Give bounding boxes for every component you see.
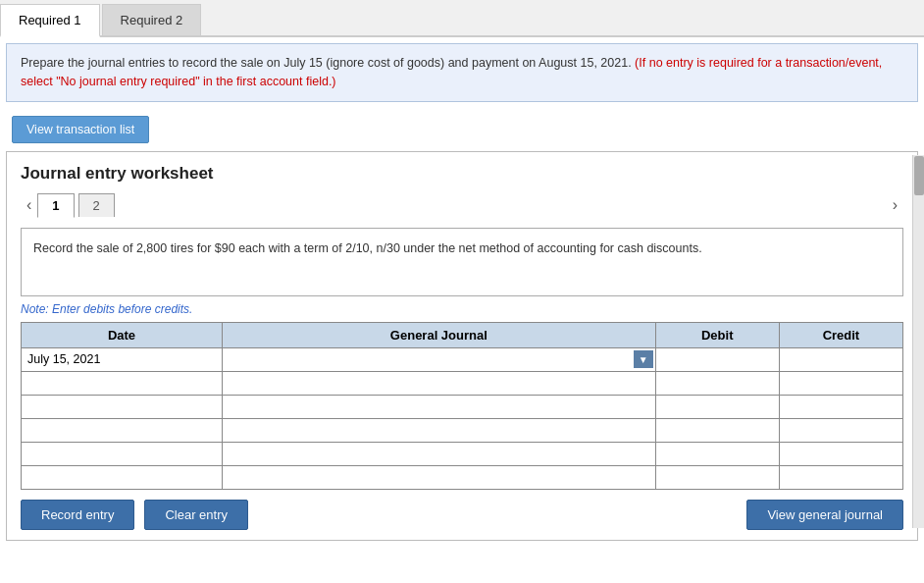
- debit-input-1[interactable]: [660, 350, 775, 369]
- table-row: [22, 442, 903, 465]
- tabs-bar: Required 1 Required 2: [0, 0, 924, 37]
- credit-input-5[interactable]: [784, 445, 898, 463]
- table-row: July 15, 2021 ▼: [22, 347, 903, 371]
- credit-cell-3: [779, 395, 902, 418]
- gj-input-2[interactable]: [223, 372, 655, 395]
- gj-input-3[interactable]: [223, 396, 655, 418]
- debit-input-3[interactable]: [660, 398, 775, 416]
- credit-input-2[interactable]: [784, 374, 898, 393]
- date-cell-3: [22, 395, 223, 418]
- debit-cell-5: [655, 442, 779, 465]
- gj-cell-1: ▼: [223, 347, 656, 371]
- credit-cell-1: [779, 347, 902, 371]
- debit-cell-3: [655, 395, 779, 418]
- info-main-text: Prepare the journal entries to record th…: [21, 56, 632, 70]
- debit-input-4[interactable]: [660, 421, 775, 440]
- clear-entry-button[interactable]: Clear entry: [144, 500, 248, 530]
- debit-cell-2: [655, 371, 779, 395]
- date-cell-2: [22, 371, 223, 395]
- gj-input-1[interactable]: [223, 348, 655, 371]
- scrollbar-thumb[interactable]: [914, 156, 924, 195]
- page-prev-arrow[interactable]: ‹: [21, 194, 37, 216]
- gj-cell-6: [223, 465, 656, 489]
- table-row: [22, 465, 903, 489]
- date-cell-6: [22, 465, 223, 489]
- table-row: [22, 418, 903, 442]
- gj-dropdown-1[interactable]: ▼: [634, 350, 653, 368]
- date-cell-1: July 15, 2021: [22, 347, 223, 371]
- journal-table: Date General Journal Debit Credit July 1…: [21, 322, 903, 490]
- worksheet-container: Journal entry worksheet ‹ 1 2 › Record t…: [6, 151, 918, 541]
- debit-cell-1: [655, 347, 779, 371]
- debit-cell-6: [655, 465, 779, 489]
- gj-input-5[interactable]: [223, 443, 655, 465]
- view-general-journal-button[interactable]: View general journal: [746, 500, 903, 530]
- view-transaction-button[interactable]: View transaction list: [12, 116, 149, 143]
- table-row: [22, 371, 903, 395]
- debit-input-6[interactable]: [660, 468, 775, 487]
- tab-required2[interactable]: Required 2: [102, 4, 202, 35]
- credit-input-3[interactable]: [784, 398, 898, 416]
- tab-required1[interactable]: Required 1: [0, 4, 100, 37]
- page-next-arrow[interactable]: ›: [887, 194, 903, 216]
- credit-input-6[interactable]: [784, 468, 898, 487]
- credit-cell-4: [779, 418, 902, 442]
- credit-input-1[interactable]: [784, 350, 898, 369]
- credit-cell-6: [779, 465, 902, 489]
- buttons-row: Record entry Clear entry View general jo…: [21, 500, 903, 530]
- instruction-box: Record the sale of 2,800 tires for $90 e…: [21, 228, 903, 296]
- col-header-gj: General Journal: [223, 322, 656, 347]
- date-cell-5: [22, 442, 223, 465]
- gj-input-4[interactable]: [223, 419, 655, 442]
- scrollbar-track[interactable]: [912, 155, 924, 528]
- date-cell-4: [22, 418, 223, 442]
- credit-input-4[interactable]: [784, 421, 898, 440]
- credit-cell-5: [779, 442, 902, 465]
- credit-cell-2: [779, 371, 902, 395]
- debit-input-2[interactable]: [660, 374, 775, 393]
- pagination: ‹ 1 2 ›: [21, 193, 903, 218]
- col-header-credit: Credit: [779, 322, 902, 347]
- col-header-date: Date: [22, 322, 223, 347]
- gj-cell-5: [223, 442, 656, 465]
- gj-cell-2: [223, 371, 656, 395]
- note-text: Note: Enter debits before credits.: [21, 302, 903, 316]
- gj-cell-3: [223, 395, 656, 418]
- debit-input-5[interactable]: [660, 445, 775, 463]
- debit-cell-4: [655, 418, 779, 442]
- gj-input-6[interactable]: [223, 466, 655, 489]
- table-row: [22, 395, 903, 418]
- info-box: Prepare the journal entries to record th…: [6, 43, 918, 102]
- page-tab-1[interactable]: 1: [37, 193, 74, 218]
- col-header-debit: Debit: [655, 322, 779, 347]
- gj-cell-4: [223, 418, 656, 442]
- record-entry-button[interactable]: Record entry: [21, 500, 134, 530]
- page-tab-2[interactable]: 2: [78, 193, 115, 217]
- instruction-text: Record the sale of 2,800 tires for $90 e…: [33, 241, 702, 255]
- worksheet-title: Journal entry worksheet: [21, 164, 903, 184]
